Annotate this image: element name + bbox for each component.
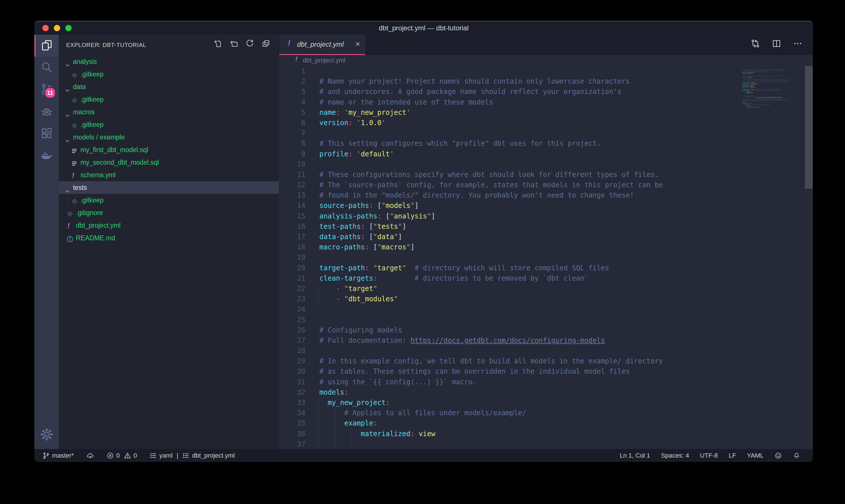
- activity-extensions[interactable]: [34, 123, 59, 145]
- line-number: 31: [279, 377, 305, 387]
- breadcrumb[interactable]: ! dbt_project.yml: [279, 55, 813, 66]
- status-warnings[interactable]: 0: [124, 452, 137, 459]
- line-number: 15: [279, 211, 305, 221]
- status-language-status-yaml[interactable]: yaml: [149, 452, 173, 459]
- activity-debug[interactable]: [34, 101, 59, 123]
- line-number: 18: [279, 242, 305, 252]
- window-title: dbt_project.yml — dbt-tutorial: [34, 21, 813, 35]
- line-number: 34: [279, 408, 305, 418]
- refresh-button[interactable]: [246, 39, 254, 49]
- activity-search[interactable]: [34, 57, 59, 79]
- code-line: 36 materialized: view: [279, 429, 813, 439]
- code-line: 5name: 'my_new_project': [279, 107, 813, 118]
- code-line: 13# found in the "models/" directory. Yo…: [279, 190, 813, 200]
- status-cursor-position[interactable]: Ln 1, Col 1: [619, 452, 650, 459]
- git-file-icon: [71, 70, 78, 78]
- info-file-icon: [66, 234, 74, 242]
- editor-scrollbar[interactable]: [805, 66, 813, 189]
- code-line: 18macro-paths: ["macros"]: [279, 242, 813, 252]
- tree-item-my-second-dbt-model-sql[interactable]: my_second_dbt_model.sqlU: [59, 156, 279, 169]
- line-number: 11: [279, 169, 305, 180]
- chevron-down-icon: [65, 185, 70, 190]
- breadcrumb-file[interactable]: dbt_project.yml: [303, 55, 345, 66]
- tree-item-my-first-dbt-model-sql[interactable]: my_first_dbt_model.sqlU: [59, 143, 279, 156]
- line-number: 12: [279, 180, 305, 190]
- git-file-icon: [66, 209, 74, 216]
- git-file-icon: [71, 121, 78, 128]
- line-number: 13: [279, 190, 305, 200]
- code-line: 9profile: 'default': [279, 149, 813, 159]
- status-bar: master*00yaml|dbt_project.yml Ln 1, Col …: [34, 449, 813, 462]
- code-line: 25: [279, 315, 813, 325]
- settings-button[interactable]: [34, 426, 59, 445]
- tab-dbt-project-yml[interactable]: ! dbt_project.yml ×: [279, 35, 365, 55]
- status-encoding[interactable]: UTF-8: [700, 452, 718, 459]
- tree-item-models-example[interactable]: models / example: [59, 131, 279, 143]
- sql-file-icon: [71, 159, 78, 166]
- code-editor[interactable]: 12# Name your project! Project names sho…: [279, 66, 813, 450]
- smiley-icon: [775, 452, 782, 459]
- explorer-sidebar: EXPLORER: DBT-TUTORIAL analysis.gitkeepU…: [59, 35, 279, 450]
- line-number: 17: [279, 232, 305, 242]
- open-changes-icon[interactable]: [751, 39, 760, 50]
- close-tab-icon[interactable]: ×: [356, 35, 360, 54]
- cloud-upload-icon: [87, 452, 94, 459]
- code-line: 10: [279, 159, 813, 169]
- tree-item-tests[interactable]: tests: [59, 181, 279, 194]
- line-number: 22: [279, 284, 305, 294]
- tree-item-data[interactable]: data: [59, 80, 279, 93]
- status-feedback[interactable]: [775, 452, 782, 459]
- split-editor-icon[interactable]: [772, 39, 781, 50]
- branch-icon: [42, 452, 50, 459]
- tree-item--gitignore[interactable]: .gitignoreU: [59, 206, 279, 219]
- new-file-button[interactable]: [213, 39, 222, 49]
- debug-icon: [40, 105, 53, 119]
- activity-docker[interactable]: [34, 145, 59, 167]
- tree-item-dbt-project-yml[interactable]: !dbt_project.ymlU: [59, 219, 279, 232]
- code-line: 27# Full documentation: https://docs.get…: [279, 335, 813, 346]
- tree-item--gitkeep[interactable]: .gitkeepU: [59, 118, 279, 131]
- scm-badge: 11: [44, 87, 56, 98]
- code-line: 26# Configuring models: [279, 325, 813, 335]
- code-line: 21clean-targets: # directories to be rem…: [279, 273, 813, 284]
- status-eol[interactable]: LF: [729, 452, 736, 459]
- new-file-icon: [213, 44, 222, 49]
- line-number: 37: [279, 439, 305, 449]
- line-number: 24: [279, 304, 305, 314]
- status-indentation[interactable]: Spaces: 4: [661, 452, 689, 459]
- line-number: 30: [279, 366, 305, 377]
- tree-item-schema-yml[interactable]: !schema.ymlU: [59, 169, 279, 181]
- line-number: 5: [279, 107, 305, 118]
- status-notifications[interactable]: [793, 452, 800, 459]
- code-line: 32models:: [279, 387, 813, 397]
- desktop: { "colors":{"accent_pink":"#e84d8a","bad…: [0, 0, 845, 504]
- tree-item--gitkeep[interactable]: .gitkeepU: [59, 194, 279, 206]
- line-number: 35: [279, 418, 305, 428]
- status-language-mode[interactable]: YAML: [747, 452, 763, 459]
- status-active-file[interactable]: dbt_project.yml: [182, 452, 235, 459]
- status-sync[interactable]: [87, 452, 94, 459]
- tree-item--gitkeep[interactable]: .gitkeepU: [59, 68, 279, 80]
- git-file-icon: [71, 196, 78, 204]
- activity-source-control[interactable]: 11: [34, 79, 59, 101]
- code-line: 29# In this example config, we tell dbt …: [279, 356, 813, 366]
- collapse-all-button[interactable]: [262, 39, 270, 49]
- more-actions-icon[interactable]: [793, 39, 803, 50]
- line-number: 7: [279, 128, 305, 138]
- line-number: 4: [279, 97, 305, 107]
- line-number: 21: [279, 273, 305, 284]
- tree-item-readme-md[interactable]: README.mdU: [59, 232, 279, 244]
- activity-explorer[interactable]: [34, 35, 59, 57]
- new-folder-button[interactable]: [230, 39, 238, 49]
- minimap[interactable]: # Name your project! Project names shoul…: [742, 66, 793, 109]
- status-errors[interactable]: 0: [107, 452, 120, 459]
- tree-item--gitkeep[interactable]: .gitkeepU: [59, 93, 279, 106]
- vscode-window: dbt_project.yml — dbt-tutorial 11 EXPLOR…: [34, 21, 813, 462]
- sql-file-icon: [71, 146, 78, 154]
- tree-item-macros[interactable]: macros: [59, 106, 279, 118]
- tab-bar: ! dbt_project.yml ×: [279, 35, 813, 55]
- status-separator: |: [177, 452, 178, 459]
- status-git-branch[interactable]: master*: [42, 452, 74, 459]
- line-number: 28: [279, 346, 305, 356]
- tree-item-analysis[interactable]: analysis: [59, 55, 279, 68]
